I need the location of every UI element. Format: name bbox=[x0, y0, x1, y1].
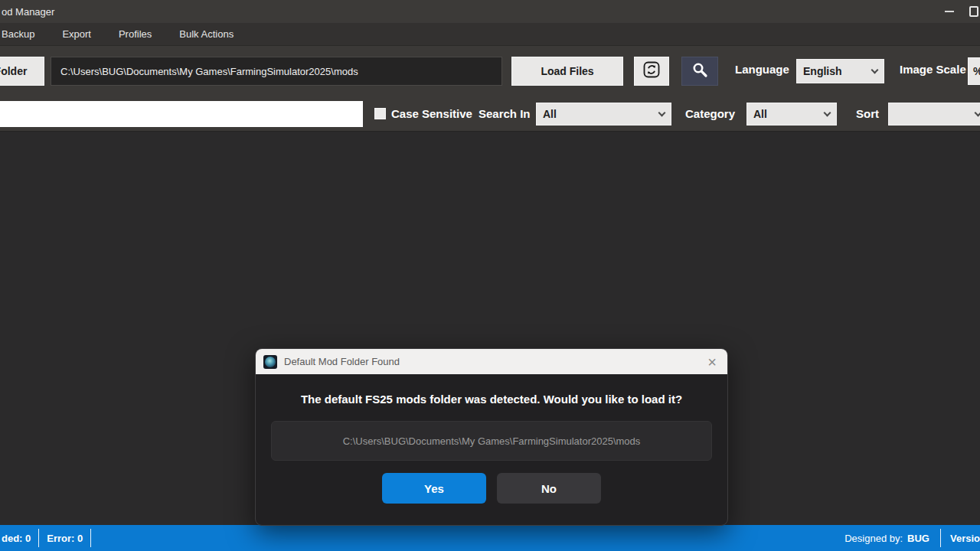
language-selected-value: English bbox=[803, 65, 842, 77]
image-scale-select[interactable]: % bbox=[968, 57, 980, 85]
chevron-down-icon bbox=[975, 109, 980, 116]
menu-item-bulk-actions[interactable]: Bulk Actions bbox=[172, 23, 241, 46]
menu-item-export[interactable]: Export bbox=[54, 23, 99, 46]
chevron-down-icon bbox=[658, 109, 666, 116]
sort-label: Sort bbox=[856, 107, 879, 120]
window-title: od Manager bbox=[2, 6, 54, 18]
app-logo-icon bbox=[263, 355, 277, 369]
chevron-down-icon bbox=[871, 66, 879, 73]
menu-bar: Backup Export Profiles Bulk Actions bbox=[0, 23, 980, 46]
mod-list-area: Default Mod Folder Found × The default F… bbox=[0, 132, 980, 525]
case-sensitive-label: Case Sensitive bbox=[391, 107, 472, 120]
image-scale-label: Image Scale bbox=[900, 63, 966, 76]
category-select[interactable]: All bbox=[746, 103, 837, 126]
designed-by-label: Designed by: bbox=[844, 533, 907, 544]
select-folder-button[interactable]: Folder bbox=[0, 57, 44, 86]
app-window: od Manager Backup Export Profiles Bulk A… bbox=[0, 0, 980, 551]
search-in-label: Search In bbox=[479, 107, 531, 120]
window-titlebar: od Manager bbox=[0, 0, 980, 23]
minimize-icon bbox=[945, 11, 954, 12]
dialog-title: Default Mod Folder Found bbox=[284, 356, 704, 367]
error-count: Error: 0 bbox=[39, 533, 90, 544]
load-files-button[interactable]: Load Files bbox=[511, 57, 623, 86]
loaded-count: ded: 0 bbox=[0, 533, 38, 544]
category-label: Category bbox=[685, 107, 735, 120]
designer-name: BUG bbox=[907, 533, 940, 544]
search-in-selected-value: All bbox=[543, 108, 557, 120]
image-scale-unit: % bbox=[973, 65, 980, 77]
language-label: Language bbox=[735, 63, 789, 76]
search-filter-row: Case Sensitive Search In All Category Al… bbox=[0, 96, 980, 132]
yes-button[interactable]: Yes bbox=[382, 473, 486, 504]
status-separator bbox=[90, 529, 91, 547]
status-bar-left: ded: 0 Error: 0 bbox=[0, 525, 91, 551]
magnifying-glass-icon bbox=[691, 60, 709, 82]
status-bar-right: Designed by: BUG Versio bbox=[844, 525, 980, 551]
chevron-down-icon bbox=[824, 109, 831, 116]
version-text: Versio bbox=[941, 533, 980, 544]
minimize-button[interactable] bbox=[934, 0, 965, 23]
search-toggle-button[interactable] bbox=[681, 57, 718, 86]
mod-folder-path-input[interactable] bbox=[51, 57, 502, 86]
menu-item-backup[interactable]: Backup bbox=[0, 23, 42, 46]
window-controls bbox=[934, 0, 980, 23]
dialog-titlebar: Default Mod Folder Found × bbox=[256, 349, 727, 374]
dialog-message: The default FS25 mods folder was detecte… bbox=[271, 393, 712, 406]
search-input[interactable] bbox=[0, 101, 363, 127]
maximize-button[interactable] bbox=[965, 0, 980, 23]
default-mod-folder-dialog: Default Mod Folder Found × The default F… bbox=[255, 348, 728, 526]
language-select[interactable]: English bbox=[796, 59, 884, 83]
case-sensitive-checkbox[interactable] bbox=[374, 108, 386, 119]
dialog-detected-path: C:\Users\BUG\Documents\My Games\FarmingS… bbox=[271, 421, 712, 461]
maximize-icon bbox=[969, 6, 978, 17]
sort-select[interactable] bbox=[888, 103, 980, 126]
no-button[interactable]: No bbox=[497, 473, 601, 504]
toolbar: Folder Load Files Langu bbox=[0, 46, 980, 96]
status-bar: ded: 0 Error: 0 Designed by: BUG Versio bbox=[0, 525, 980, 551]
refresh-button[interactable] bbox=[634, 57, 669, 86]
menu-item-profiles[interactable]: Profiles bbox=[111, 23, 159, 46]
refresh-icon bbox=[642, 60, 661, 82]
dialog-buttons: Yes No bbox=[271, 473, 712, 504]
category-selected-value: All bbox=[753, 108, 767, 120]
search-in-select[interactable]: All bbox=[536, 103, 671, 126]
dialog-close-button[interactable]: × bbox=[704, 354, 720, 370]
dialog-body: The default FS25 mods folder was detecte… bbox=[256, 374, 727, 504]
